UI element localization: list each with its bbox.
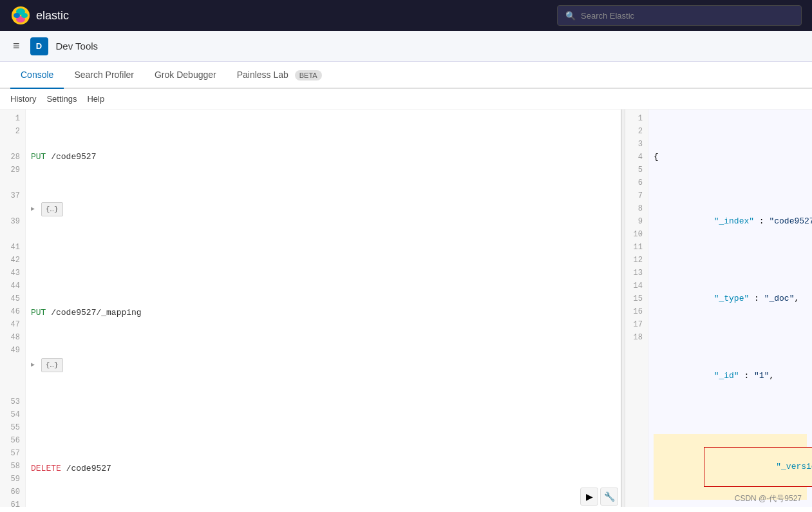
result-line-5: "_version" : 2, (654, 434, 807, 500)
tab-painless-lab[interactable]: Painless Lab BETA (227, 62, 332, 89)
tab-bar: Console Search Profiler Grok Debugger Pa… (0, 62, 812, 89)
elastic-logo-icon (10, 5, 31, 26)
global-search-input[interactable] (581, 11, 793, 21)
editor-code-content[interactable]: PUT /code9527 ▶ {…} PUT /code9527/_mappi… (26, 109, 621, 507)
result-line-2: "_index" : "code9527", (654, 202, 807, 241)
elastic-logo: elastic (10, 5, 69, 26)
svg-point-4 (21, 13, 28, 18)
watermark: CSDN @-代号9527 (735, 493, 802, 504)
result-line-4: "_id" : "1", (654, 357, 807, 395)
tab-console[interactable]: Console (10, 62, 64, 89)
beta-badge: BETA (295, 70, 322, 81)
code-line-28: PUT /code9527/_mapping (31, 307, 616, 319)
hamburger-button[interactable]: ≡ (10, 37, 23, 55)
code-line-30 (31, 411, 616, 424)
main-layout: 1 2 28 29 37 39 41 42 43 44 45 46 47 (0, 109, 812, 507)
run-button[interactable]: ▶ (580, 488, 598, 506)
code-line-37: DELETE /code9527 (31, 462, 616, 475)
elastic-wordmark: elastic (36, 9, 69, 23)
results-pane: 1 2 3 4 5 6 7 8 9 10 11 12 13 14 15 16 1… (625, 109, 812, 507)
svg-point-3 (14, 13, 20, 18)
code-line-1: PUT /code9527 (31, 151, 616, 164)
code-line-2: ▶ {…} (31, 202, 616, 216)
editor-line-numbers: 1 2 28 29 37 39 41 42 43 44 45 46 47 (0, 109, 26, 507)
result-line-3: "_type" : "_doc", (654, 280, 807, 318)
search-icon: 🔍 (565, 11, 576, 21)
menu-history[interactable]: History (10, 94, 36, 104)
results-content: { "_index" : "code9527", "_type" : "_doc… (648, 109, 812, 507)
wrench-button[interactable]: 🔧 (600, 488, 618, 506)
menu-settings[interactable]: Settings (46, 94, 77, 104)
menu-help[interactable]: Help (87, 94, 104, 104)
global-search-bar[interactable]: 🔍 (557, 5, 802, 26)
app-title: Dev Tools (56, 41, 99, 52)
editor-pane[interactable]: 1 2 28 29 37 39 41 42 43 44 45 46 47 (0, 109, 621, 507)
app-badge: D (30, 37, 48, 55)
result-line-1: { (654, 151, 807, 164)
code-line-29: ▶ {…} (31, 358, 616, 372)
second-bar: ≡ D Dev Tools (0, 31, 812, 62)
tab-search-profiler[interactable]: Search Profiler (64, 62, 144, 89)
tab-grok-debugger[interactable]: Grok Debugger (144, 62, 227, 89)
code-line-27 (31, 255, 616, 268)
top-bar: elastic 🔍 (0, 0, 812, 31)
results-line-numbers: 1 2 3 4 5 6 7 8 9 10 11 12 13 14 15 16 1… (625, 109, 648, 507)
menu-bar: History Settings Help (0, 89, 812, 109)
